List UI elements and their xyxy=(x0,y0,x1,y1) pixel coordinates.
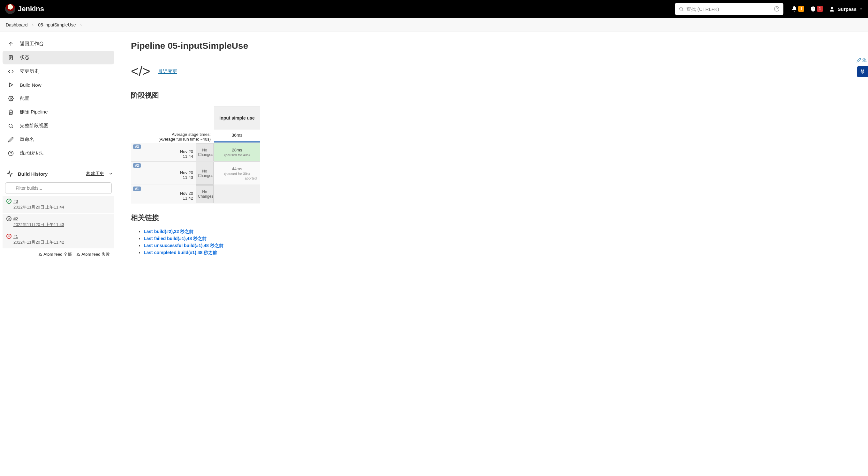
sidebar: 返回工作台 状态 变更历史 Build Now 配置 删除 Pipeline 完… xyxy=(0,32,118,266)
help-icon[interactable] xyxy=(774,6,780,12)
stage-row: #1 Nov 2011:42 No Changes xyxy=(131,185,260,203)
shield-icon xyxy=(810,6,816,12)
gear-icon xyxy=(8,96,14,101)
top-header: Jenkins 1 1 Surpass xyxy=(0,0,868,18)
code-icon: </> xyxy=(131,64,150,79)
feed-links: Atom feed 全部 Atom feed 失败 xyxy=(3,248,114,261)
stage-row: #3 Nov 2011:44 No Changes 28ms (paused f… xyxy=(131,143,260,162)
related-links-title: 相关链接 xyxy=(131,213,855,223)
svg-point-0 xyxy=(680,7,683,10)
build-badge: #1 xyxy=(133,186,141,191)
status-success-icon: ✓ xyxy=(6,199,11,204)
sidebar-item-changes[interactable]: 变更历史 xyxy=(3,64,114,78)
build-item[interactable]: ⊘ #2 2022年11月20日 上午11:43 xyxy=(3,213,114,231)
build-history-header: Build History 构建历史 xyxy=(3,167,114,180)
chevron-down-icon xyxy=(859,7,863,11)
pencil-icon xyxy=(857,58,861,63)
build-item[interactable]: ✓ #3 2022年11月20日 上午11:44 xyxy=(3,196,114,213)
search-icon xyxy=(679,6,684,11)
arrow-up-icon xyxy=(8,41,14,47)
svg-point-20 xyxy=(39,256,39,256)
brand-text: Jenkins xyxy=(18,5,44,13)
build-list: ✓ #3 2022年11月20日 上午11:44 ⊘ #2 2022年11月20… xyxy=(3,196,114,248)
svg-point-13 xyxy=(10,98,12,99)
rss-icon xyxy=(38,252,42,256)
svg-point-6 xyxy=(831,7,833,9)
alerts-button[interactable]: 1 xyxy=(810,6,823,12)
help-icon xyxy=(8,150,14,156)
sidebar-item-back[interactable]: 返回工作台 xyxy=(3,37,114,51)
stage-cell[interactable]: 28ms (paused for 40s) xyxy=(214,143,260,162)
sidebar-item-delete[interactable]: 删除 Pipeline xyxy=(3,105,114,119)
user-name: Surpass xyxy=(838,6,857,12)
build-badge: #2 xyxy=(133,163,141,168)
recent-changes: </> 最近变更 xyxy=(131,64,855,79)
related-link[interactable]: Last unsuccessful build(#1),48 秒之前 xyxy=(144,243,223,248)
breadcrumb-job[interactable]: 05-inputSimpleUse xyxy=(38,22,76,27)
breadcrumb: Dashboard › 05-inputSimpleUse › xyxy=(0,18,868,32)
disable-button[interactable]: 禁 xyxy=(857,66,868,77)
svg-rect-4 xyxy=(813,8,813,9)
stage-row: #2 Nov 2011:43 No Changes 44ms (paused f… xyxy=(131,162,260,185)
breadcrumb-dashboard[interactable]: Dashboard xyxy=(6,22,28,27)
logo[interactable]: Jenkins xyxy=(5,4,44,14)
chevron-down-icon[interactable] xyxy=(108,172,113,176)
search-input[interactable] xyxy=(686,6,771,12)
chevron-right-icon: › xyxy=(80,22,82,27)
alert-badge: 1 xyxy=(817,6,823,12)
sidebar-item-syntax[interactable]: 流水线语法 xyxy=(3,146,114,160)
status-failed-icon: ✕ xyxy=(6,234,11,239)
related-link[interactable]: Last build(#2),22 秒之前 xyxy=(144,229,193,234)
code-icon xyxy=(8,69,14,74)
search-icon xyxy=(8,123,14,129)
related-links: 相关链接 Last build(#2),22 秒之前 Last failed b… xyxy=(131,213,855,256)
trend-icon xyxy=(6,170,13,177)
document-icon xyxy=(8,55,14,61)
no-changes: No Changes xyxy=(196,162,214,184)
svg-line-15 xyxy=(12,127,13,128)
page-title: Pipeline 05-inputSimpleUse xyxy=(131,41,855,51)
filter-builds-input[interactable] xyxy=(5,182,112,194)
avg-time-cell: 36ms xyxy=(214,130,260,143)
sidebar-item-build-now[interactable]: Build Now xyxy=(3,78,114,92)
trash-icon xyxy=(8,109,14,115)
related-link[interactable]: Last completed build(#1),48 秒之前 xyxy=(144,250,217,255)
svg-line-1 xyxy=(683,10,683,11)
avg-label: Average stage times: (Average full run t… xyxy=(131,130,214,143)
bell-icon xyxy=(791,6,798,12)
build-history-link[interactable]: 构建历史 xyxy=(86,171,104,177)
atom-feed-fail[interactable]: Atom feed 失败 xyxy=(76,251,110,257)
related-link[interactable]: Last failed build(#1),48 秒之前 xyxy=(144,236,207,241)
edit-description-link[interactable]: 添 xyxy=(857,57,868,63)
no-changes: No Changes xyxy=(196,185,214,203)
no-changes: No Changes xyxy=(196,143,214,161)
user-icon xyxy=(829,6,835,12)
stage-cell[interactable] xyxy=(214,185,260,203)
stage-header: input simple use xyxy=(214,106,260,130)
sidebar-item-full-stage[interactable]: 完整阶段视图 xyxy=(3,119,114,133)
jenkins-logo-icon xyxy=(5,4,15,14)
pencil-icon xyxy=(8,137,14,142)
recent-changes-link[interactable]: 最近变更 xyxy=(158,69,177,75)
main-content: Pipeline 05-inputSimpleUse 添 禁 </> 最近变更 … xyxy=(118,32,868,266)
build-badge: #3 xyxy=(133,144,141,149)
stage-view: input simple use Average stage times: (A… xyxy=(131,106,855,203)
sidebar-item-status[interactable]: 状态 xyxy=(3,51,114,64)
build-item[interactable]: ✕ #1 2022年11月20日 上午11:42 xyxy=(3,231,114,248)
rss-icon xyxy=(76,252,80,256)
svg-rect-5 xyxy=(813,10,813,10)
notif-badge: 1 xyxy=(798,6,804,12)
user-menu[interactable]: Surpass xyxy=(829,6,863,12)
stage-cell[interactable]: 44ms (paused for 30s) aborted xyxy=(214,162,260,185)
atom-feed-all[interactable]: Atom feed 全部 xyxy=(38,251,72,257)
sidebar-item-rename[interactable]: 重命名 xyxy=(3,133,114,146)
svg-marker-12 xyxy=(9,83,13,87)
svg-point-21 xyxy=(77,256,77,256)
notifications-button[interactable]: 1 xyxy=(791,6,804,12)
search-box[interactable] xyxy=(675,3,783,15)
svg-point-14 xyxy=(9,124,12,128)
chevron-right-icon: › xyxy=(32,22,34,27)
status-aborted-icon: ⊘ xyxy=(6,216,11,221)
play-icon xyxy=(8,82,14,88)
sidebar-item-configure[interactable]: 配置 xyxy=(3,92,114,105)
